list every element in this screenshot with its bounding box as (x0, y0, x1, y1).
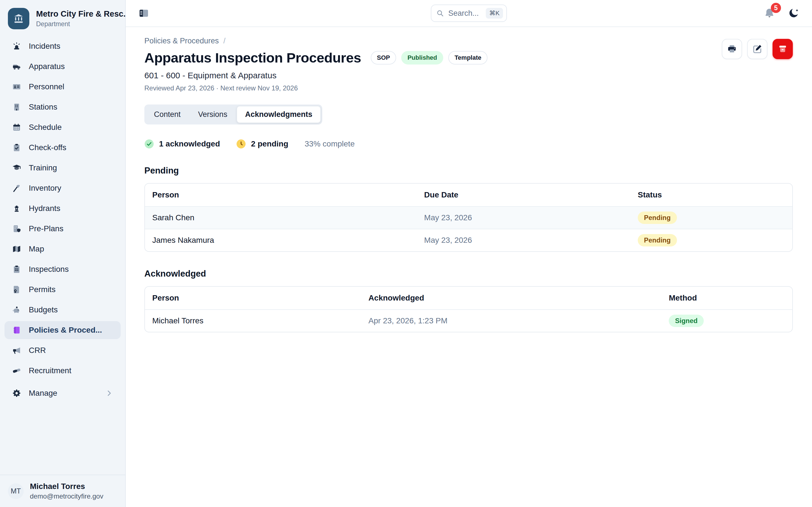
table-row[interactable]: Michael TorresApr 23, 2026, 1:23 PMSigne… (145, 309, 792, 332)
table-row[interactable]: James NakamuraMay 23, 2026Pending (145, 229, 792, 251)
due-date-cell: May 23, 2026 (417, 236, 630, 245)
stat-pending: 2 pending (236, 139, 288, 149)
sidebar-nav: IncidentsApparatusPersonnelStationsSched… (0, 36, 125, 474)
sidebar-item-label: Inspections (29, 265, 69, 274)
building-icon (12, 102, 21, 112)
status-badge: Pending (638, 234, 677, 246)
sidebar-item-budgets[interactable]: Budgets (4, 301, 121, 319)
archive-box-icon (777, 44, 788, 54)
table-row[interactable]: Sarah ChenMay 23, 2026Pending (145, 206, 792, 229)
sidebar-item-label: Personnel (29, 82, 64, 91)
clock-icon (236, 139, 246, 149)
status-cell: Pending (630, 212, 792, 224)
notebook-icon (12, 325, 21, 335)
sidebar-item-incidents[interactable]: Incidents (4, 37, 121, 55)
tab-acknowledgments[interactable]: Acknowledgments (237, 106, 320, 123)
page-content: Policies & Procedures / Apparatus Inspec… (126, 27, 812, 507)
document-category: 601 - 600 - Equipment & Apparatus (144, 71, 488, 80)
column-header: Person (145, 190, 417, 200)
review-dates: Reviewed Apr 23, 2026 · Next review Nov … (144, 84, 488, 92)
sidebar-item-map[interactable]: Map (4, 240, 121, 258)
dark-mode-toggle[interactable] (788, 7, 800, 19)
breadcrumb-link-policies[interactable]: Policies & Procedures (144, 37, 219, 45)
sidebar-item-label: Pre-Plans (29, 224, 63, 233)
user-name: Michael Torres (30, 482, 103, 491)
sidebar-item-label: Stations (29, 103, 57, 112)
stat-complete: 33% complete (305, 139, 355, 149)
acknowledged-section-heading: Acknowledged (144, 269, 793, 279)
department-type: Department (36, 20, 117, 28)
sidebar-item-training[interactable]: Training (4, 159, 121, 177)
edit-pencil-icon (752, 44, 763, 54)
user-footer[interactable]: MT Michael Torres demo@metrocityfire.gov (0, 474, 125, 507)
sidebar-item-inventory[interactable]: Inventory (4, 179, 121, 197)
person-cell: James Nakamura (145, 236, 417, 245)
table-header-row: PersonAcknowledgedMethod (145, 287, 792, 309)
sidebar-item-label: Manage (29, 389, 57, 398)
notification-count-badge: 5 (771, 3, 781, 13)
method-cell: Signed (661, 315, 792, 327)
sidebar-item-label: Incidents (29, 42, 60, 51)
sidebar-item-manage[interactable]: Manage (4, 384, 121, 402)
brand[interactable]: Metro City Fire & Resc... Department (0, 0, 125, 36)
megaphone-icon (12, 346, 21, 355)
acknowledged-table: PersonAcknowledgedMethodMichael TorresAp… (144, 286, 793, 332)
column-header: Status (630, 190, 792, 200)
sidebar-item-label: Schedule (29, 123, 62, 132)
user-email: demo@metrocityfire.gov (30, 492, 103, 500)
pending-table: PersonDue DateStatusSarah ChenMay 23, 20… (144, 183, 793, 252)
edit-button[interactable] (747, 39, 767, 59)
print-button[interactable] (722, 39, 742, 59)
handshake-icon (12, 366, 21, 376)
status-cell: Pending (630, 234, 792, 246)
sidebar-item-check-offs[interactable]: Check-offs (4, 138, 121, 157)
sidebar-item-label: Recruitment (29, 366, 71, 375)
badge-published: Published (401, 51, 443, 64)
sidebar-item-label: Budgets (29, 305, 58, 314)
piggy-bank-icon (12, 305, 21, 315)
sidebar-item-hydrants[interactable]: Hydrants (4, 200, 121, 217)
hydrant-icon (12, 204, 21, 213)
badge-template: Template (448, 51, 488, 64)
sidebar-toggle-button[interactable] (138, 8, 149, 19)
tab-versions[interactable]: Versions (190, 107, 236, 122)
search-input[interactable]: Search... ⌘K (431, 4, 507, 22)
sidebar-item-inspections[interactable]: Inspections (4, 260, 121, 278)
sidebar-item-crr[interactable]: CRR (4, 341, 121, 359)
topbar-actions: 5 (763, 7, 800, 19)
page-title: Apparatus Inspection Procedures (144, 50, 361, 66)
sidebar-item-personnel[interactable]: Personnel (4, 78, 121, 96)
fire-truck-icon (12, 62, 21, 71)
sidebar-item-stations[interactable]: Stations (4, 98, 121, 116)
sidebar-item-label: Inventory (29, 184, 61, 193)
stat-pending-label: 2 pending (251, 139, 288, 149)
siren-icon (12, 41, 21, 51)
page-header-text: Policies & Procedures / Apparatus Inspec… (144, 37, 488, 92)
sidebar-item-label: Permits (29, 285, 56, 294)
sidebar: Metro City Fire & Resc... Department Inc… (0, 0, 126, 507)
sidebar-item-policies[interactable]: Policies & Proced... (4, 321, 121, 339)
tab-content[interactable]: Content (146, 107, 189, 122)
map-icon (12, 244, 21, 254)
avatar: MT (8, 483, 24, 499)
sidebar-item-recruitment[interactable]: Recruitment (4, 362, 121, 380)
search-shortcut-kbd: ⌘K (486, 8, 503, 18)
brand-text: Metro City Fire & Resc... Department (36, 9, 117, 28)
sidebar-item-schedule[interactable]: Schedule (4, 118, 121, 136)
clipboard-list-icon (12, 265, 21, 274)
acknowledged-at-cell: Apr 23, 2026, 1:23 PM (361, 316, 661, 325)
building-shield-icon (12, 224, 21, 233)
sidebar-item-pre-plans[interactable]: Pre-Plans (4, 220, 121, 238)
sidebar-item-permits[interactable]: Permits (4, 281, 121, 298)
sidebar-item-apparatus[interactable]: Apparatus (4, 57, 121, 75)
badge-sop: SOP (371, 51, 396, 64)
breadcrumb: Policies & Procedures / (144, 37, 488, 45)
sidebar-item-label: Training (29, 163, 57, 172)
bank-icon (12, 12, 25, 25)
column-header: Method (661, 293, 792, 302)
method-badge: Signed (669, 315, 704, 327)
breadcrumb-separator: / (223, 37, 225, 45)
archive-button[interactable] (772, 39, 793, 59)
column-header: Acknowledged (361, 293, 661, 302)
notifications-button[interactable]: 5 (763, 7, 775, 19)
